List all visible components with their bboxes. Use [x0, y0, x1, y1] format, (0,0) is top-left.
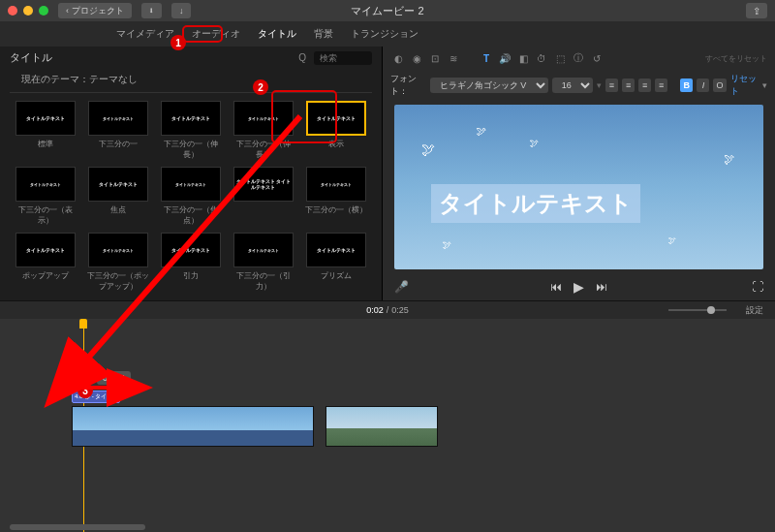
crop-icon[interactable]: ⊡ [427, 50, 443, 66]
share-button[interactable]: ⇪ [746, 3, 767, 18]
font-size-select[interactable]: 160 [552, 78, 593, 93]
title-thumb: タイトルテキスト タイトルテキスト [233, 167, 294, 202]
title-thumb: タイトルテキスト [16, 167, 76, 202]
title-preset-cell[interactable]: タイトルテキスト下三分の一（表示） [12, 167, 80, 227]
annotation-number-2: 2 [253, 79, 268, 95]
title-thumb: タイトルテキスト [161, 101, 221, 136]
fullscreen-icon[interactable]: ⛶ [752, 280, 763, 294]
tab-backgrounds[interactable]: 背景 [314, 27, 333, 41]
video-clip[interactable] [72, 406, 314, 447]
color-balance-icon[interactable]: ◐ [390, 50, 406, 66]
title-preset-cell[interactable]: タイトルテキスト表示 [301, 101, 370, 161]
title-preset-cell[interactable]: タイトルテキストプリズム [301, 233, 370, 293]
import-button[interactable]: ⬇ [141, 3, 162, 18]
title-caption: 下三分の一（ポップアップ） [84, 270, 153, 292]
back-button[interactable]: ‹ プロジェクト [58, 3, 132, 18]
align-justify-button[interactable]: ≡ [655, 78, 667, 92]
title-preset-cell[interactable]: タイトルテキスト下三分の一（伸長） [229, 101, 297, 161]
title-preset-cell[interactable]: タイトルテキスト下三分の一（伸長） [157, 101, 226, 161]
playback-controls: 🎤 ⏮ ▶ ⏭ ⛶ [383, 273, 775, 300]
timeline-area: 0:02 / 0:25 設定 09:17 4.0 秒 - タイトルテ [0, 300, 775, 532]
title-thumb: タイトルテキスト [88, 167, 148, 202]
video-viewer[interactable]: 🕊 🕊 🕊 🕊 🕊 🕊 タイトルテキスト [394, 105, 763, 269]
font-label: フォント： [390, 73, 426, 98]
play-button[interactable]: ▶ [574, 279, 584, 295]
bird-icon: 🕊 [477, 126, 486, 137]
mic-icon[interactable]: 🎤 [394, 280, 409, 294]
tab-mymedia[interactable]: マイメディア [116, 27, 174, 41]
time-current: 0:02 [366, 305, 384, 315]
title-thumb: タイトルテキスト [233, 101, 294, 136]
title-preset-cell[interactable]: タイトルテキストポップアップ [12, 233, 80, 293]
media-tabs: マイメディア オーディオ タイトル 背景 トランジション [0, 21, 775, 47]
title-caption: 焦点 [110, 204, 126, 215]
title-thumb: タイトルテキスト [161, 233, 221, 267]
title-thumb: タイトルテキスト [306, 233, 366, 267]
align-center-button[interactable]: ≡ [622, 78, 635, 92]
timeline-header: 0:02 / 0:25 設定 [0, 301, 775, 319]
reset-all-icon[interactable]: ↺ [589, 50, 604, 66]
speed-icon[interactable]: ⏱ [534, 50, 549, 66]
volume-icon[interactable]: 🔊 [497, 50, 512, 66]
bird-icon: 🕊 [724, 153, 734, 165]
zoom-icon[interactable] [39, 6, 48, 16]
title-preset-cell[interactable]: タイトルテキスト下三分の一 [84, 101, 153, 161]
italic-button[interactable]: I [697, 78, 709, 92]
title-text-overlay[interactable]: タイトルテキスト [431, 184, 640, 223]
align-left-button[interactable]: ≡ [605, 78, 618, 92]
title-thumb: タイトルテキスト [88, 101, 148, 136]
title-caption: 下三分の一（引力） [229, 270, 297, 292]
color-correct-icon[interactable]: ◉ [409, 50, 424, 66]
reset-button[interactable]: リセット [730, 73, 759, 98]
bold-button[interactable]: B [680, 78, 693, 92]
outline-button[interactable]: O [713, 78, 726, 92]
title-preset-cell[interactable]: タイトルテキスト下三分の一（横） [301, 167, 370, 227]
title-caption: 下三分の一（伸長） [229, 139, 297, 160]
window-titlebar: ‹ プロジェクト ⬇ ↓ マイムービー 2 ⇪ [0, 0, 775, 21]
tab-transitions[interactable]: トランジション [351, 27, 418, 41]
title-thumb: タイトルテキスト [233, 233, 294, 267]
titles-grid: タイトルテキスト標準タイトルテキスト下三分の一タイトルテキスト下三分の一（伸長）… [0, 93, 382, 300]
text-tool-icon[interactable]: T [479, 50, 494, 66]
horizontal-scrollbar[interactable] [10, 524, 145, 530]
title-thumb: タイトルテキスト [16, 233, 76, 267]
font-controls: フォント： ヒラギノ角ゴシック V 160 ▾ ≡ ≡ ≡ ≡ B I O リセ… [383, 70, 775, 101]
time-total: 0:25 [391, 305, 409, 315]
annotation-number-1: 1 [170, 35, 186, 50]
title-thumb: タイトルテキスト [16, 101, 76, 136]
browser-section-label: タイトル [10, 50, 291, 65]
title-preset-cell[interactable]: タイトルテキスト下三分の一（引力） [229, 233, 297, 293]
share-icon: ⇪ [753, 6, 760, 16]
title-caption: ポップアップ [22, 270, 69, 281]
title-thumb: タイトルテキスト [306, 101, 366, 136]
time-tooltip: 09:17 [97, 371, 131, 385]
zoom-slider[interactable] [668, 309, 727, 311]
video-clip[interactable] [326, 406, 438, 447]
title-caption: 下三分の一（表示） [12, 204, 80, 226]
timeline-track-area[interactable]: 09:17 4.0 秒 - タイトルテ [0, 319, 775, 532]
font-select[interactable]: ヒラギノ角ゴシック V [430, 78, 548, 93]
stabilize-icon[interactable]: ≋ [446, 50, 461, 66]
clip-filter-icon[interactable]: ⬚ [552, 50, 568, 66]
tab-titles[interactable]: タイトル [258, 27, 296, 41]
align-right-button[interactable]: ≡ [638, 78, 651, 92]
title-preset-cell[interactable]: タイトルテキスト下三分の一（ポップアップ） [84, 233, 153, 293]
tab-audio[interactable]: オーディオ [192, 27, 240, 41]
title-preset-cell[interactable]: タイトルテキスト焦点 [84, 167, 153, 227]
title-preset-cell[interactable]: タイトルテキスト下三分の一（焦点） [157, 167, 226, 227]
reset-all-label[interactable]: すべてをリセット [705, 53, 767, 64]
title-preset-cell[interactable]: タイトルテキスト タイトルテキスト [229, 167, 297, 227]
title-caption: 表示 [328, 139, 344, 149]
search-input[interactable] [314, 51, 372, 65]
prev-button[interactable]: ⏮ [550, 280, 562, 294]
title-preset-cell[interactable]: タイトルテキスト標準 [12, 101, 80, 161]
settings-button[interactable]: 設定 [746, 304, 763, 317]
download-button[interactable]: ↓ [171, 3, 191, 18]
next-button[interactable]: ⏭ [596, 280, 607, 294]
noise-icon[interactable]: ◧ [515, 50, 531, 66]
inspector-toolbar: ◐ ◉ ⊡ ≋ T 🔊 ◧ ⏱ ⬚ ⓘ ↺ すべてをリセット [383, 47, 775, 70]
info-icon[interactable]: ⓘ [571, 50, 586, 66]
minimize-icon[interactable] [23, 6, 33, 16]
close-icon[interactable] [8, 6, 17, 16]
title-preset-cell[interactable]: タイトルテキスト引力 [157, 233, 226, 293]
